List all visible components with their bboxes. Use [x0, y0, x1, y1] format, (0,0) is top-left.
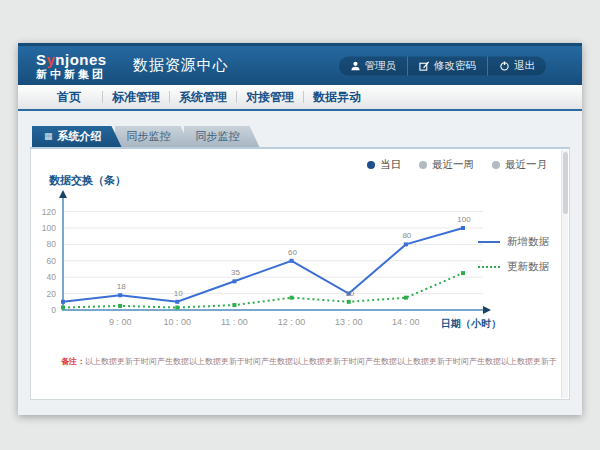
svg-text:100: 100	[42, 223, 56, 233]
legend-new-data-label: 新增数据	[507, 235, 549, 249]
nav-item-data-changes[interactable]: 数据异动	[304, 85, 370, 109]
svg-text:13 : 00: 13 : 00	[335, 317, 363, 327]
period-filter-group: 当日 最近一周 最近一月	[367, 158, 547, 172]
nav-item-system-management[interactable]: 系统管理	[170, 85, 236, 109]
nav-item-standard-management[interactable]: 标准管理	[103, 85, 169, 109]
edit-icon	[419, 60, 430, 71]
chart-panel: 当日 最近一周 最近一月 数据交换（条） 0204060801001209 : …	[30, 147, 570, 400]
power-icon	[499, 60, 510, 71]
logout-label: 退出	[514, 59, 535, 73]
svg-text:11 : 00: 11 : 00	[221, 317, 248, 327]
green-dotted-line-icon	[478, 266, 500, 268]
svg-text:10: 10	[345, 289, 354, 298]
logo-text: Synjones	[36, 52, 107, 67]
svg-text:日期（小时）: 日期（小时）	[441, 318, 501, 329]
logo-subtitle: 新中新集团	[36, 69, 107, 80]
logout-button[interactable]: 退出	[487, 56, 546, 75]
radio-today-label: 当日	[380, 158, 401, 172]
document-grid-icon: ▦	[44, 132, 53, 141]
svg-text:60: 60	[47, 256, 57, 266]
radio-dot-icon	[367, 161, 375, 169]
scrollbar-thumb[interactable]	[563, 152, 568, 214]
svg-text:35: 35	[231, 268, 240, 277]
main-navigation: 首页 标准管理 系统管理 对接管理 数据异动	[18, 85, 582, 111]
admin-user-button[interactable]: 管理员	[339, 56, 408, 75]
panel-scrollbar	[561, 150, 568, 398]
svg-text:60: 60	[288, 248, 297, 257]
svg-text:10 : 00: 10 : 00	[164, 317, 192, 327]
radio-last-month-label: 最近一月	[505, 158, 547, 172]
change-password-label: 修改密码	[434, 59, 476, 73]
radio-last-week-label: 最近一周	[432, 158, 474, 172]
page-title: 数据资源中心	[133, 56, 229, 75]
legend-new-data[interactable]: 新增数据	[478, 235, 549, 249]
svg-text:20: 20	[47, 289, 57, 299]
change-password-button[interactable]: 修改密码	[407, 56, 487, 75]
tab-label: 系统介绍	[58, 126, 102, 147]
radio-last-week[interactable]: 最近一周	[419, 158, 474, 172]
svg-text:9 : 00: 9 : 00	[109, 317, 132, 327]
app-window: Synjones 新中新集团 数据资源中心 管理员 修改密码	[18, 43, 582, 415]
radio-today[interactable]: 当日	[367, 158, 401, 172]
svg-text:14 : 00: 14 : 00	[392, 317, 420, 327]
user-toolbar: 管理员 修改密码 退出	[339, 56, 547, 75]
line-chart-svg: 0204060801001209 : 0010 : 0011 : 0012 : …	[31, 190, 511, 340]
content-area: ▦ 系统介绍 同步监控 同步监控 当日 最近一周	[18, 111, 582, 400]
footnote-prefix: 备注：	[61, 357, 85, 366]
user-icon	[350, 60, 361, 71]
radio-dot-icon	[492, 161, 500, 169]
legend-update-data-label: 更新数据	[507, 260, 549, 274]
footnote-text: 以上数据更新于时间产生数据以上数据更新于时间产生数据以上数据更新于时间产生数据以…	[85, 357, 557, 366]
y-axis-title: 数据交换（条）	[49, 173, 569, 188]
radio-dot-icon	[419, 161, 427, 169]
svg-text:0: 0	[51, 305, 56, 315]
svg-text:18: 18	[117, 282, 126, 291]
svg-text:80: 80	[47, 239, 57, 249]
app-header: Synjones 新中新集团 数据资源中心 管理员 修改密码	[18, 43, 582, 85]
admin-label: 管理员	[365, 59, 397, 73]
svg-text:100: 100	[457, 215, 471, 224]
company-logo[interactable]: Synjones 新中新集团	[36, 52, 107, 80]
tab-sync-monitor-1[interactable]: 同步监控	[115, 126, 191, 147]
svg-text:80: 80	[402, 231, 411, 240]
svg-text:12 : 00: 12 : 00	[278, 317, 306, 327]
series-legend: 新增数据 更新数据	[478, 235, 549, 274]
svg-text:40: 40	[47, 272, 57, 282]
tab-bar: ▦ 系统介绍 同步监控 同步监控	[32, 126, 570, 147]
svg-text:120: 120	[42, 207, 56, 217]
desktop-background: Synjones 新中新集团 数据资源中心 管理员 修改密码	[0, 0, 600, 450]
footnote: 备注：以上数据更新于时间产生数据以上数据更新于时间产生数据以上数据更新于时间产生…	[61, 356, 569, 367]
legend-update-data[interactable]: 更新数据	[478, 260, 549, 274]
nav-item-home[interactable]: 首页	[36, 85, 102, 109]
tab-system-intro[interactable]: ▦ 系统介绍	[32, 126, 122, 147]
radio-last-month[interactable]: 最近一月	[492, 158, 547, 172]
nav-item-interface-management[interactable]: 对接管理	[237, 85, 303, 109]
tab-sync-monitor-2[interactable]: 同步监控	[184, 126, 260, 147]
svg-text:10: 10	[174, 289, 183, 298]
blue-line-icon	[478, 241, 500, 243]
